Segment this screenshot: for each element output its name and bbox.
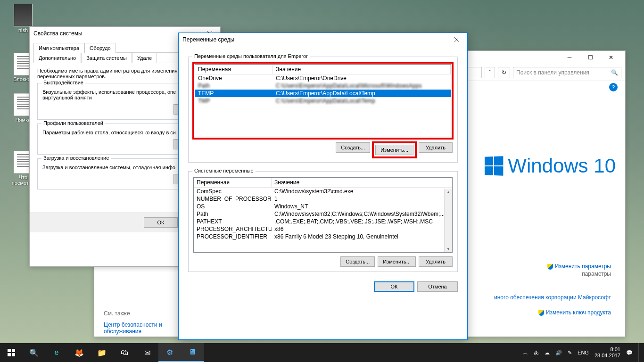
- highlight-annotation: Переменная Значение OneDriveC:\Users\Emp…: [193, 63, 453, 139]
- user-vars-legend: Переменные среды пользователя для Empero…: [192, 53, 310, 59]
- search-input[interactable]: Поиск в панели управления 🔍: [513, 67, 621, 78]
- user-vars-group: Переменные среды пользователя для Empero…: [188, 57, 458, 163]
- taskbar: 🔍 e 🦊 📁 🛍 ✉ ⚙ 🖥 ︿ 🖧 ☁ 🔊 ✎ ENG 8:01 28.04…: [0, 343, 644, 362]
- see-also-heading: См. также: [104, 310, 189, 317]
- language-indicator[interactable]: ENG: [578, 350, 589, 355]
- shield-icon: [538, 310, 544, 316]
- minimize-button[interactable]: ─: [559, 51, 580, 64]
- firefox-icon[interactable]: 🦊: [68, 343, 91, 362]
- tab-protection[interactable]: Защита системы: [81, 53, 132, 63]
- environment-variables-dialog: Переменные среды Переменные среды пользо…: [178, 33, 468, 340]
- table-row[interactable]: TMPC:\Users\Emperor\AppData\Local\Temp: [195, 97, 451, 105]
- search-icon[interactable]: 🔍: [23, 343, 45, 362]
- edge-icon[interactable]: e: [45, 343, 68, 362]
- ok-button[interactable]: ОК: [374, 281, 414, 292]
- windows-10-branding: Windows 10: [484, 155, 616, 177]
- control-panel-task-icon[interactable]: ⚙: [158, 343, 181, 362]
- search-icon: 🔍: [611, 69, 618, 76]
- table-row[interactable]: ComSpecC:\Windows\system32\cmd.exe: [194, 188, 452, 195]
- tab-advanced[interactable]: Дополнительно: [33, 53, 81, 63]
- table-row[interactable]: PathC:\Users\Emperor\AppData\Local\Micro…: [195, 82, 451, 90]
- user-delete-button[interactable]: Удалить: [419, 142, 453, 153]
- close-button[interactable]: [446, 33, 467, 46]
- windows-10-text: Windows 10: [508, 155, 616, 177]
- help-icon[interactable]: ?: [609, 83, 618, 91]
- dropdown-icon[interactable]: ˅: [485, 67, 495, 78]
- pen-icon[interactable]: ✎: [568, 350, 572, 356]
- change-params-link[interactable]: Изменить параметры: [547, 263, 611, 270]
- dialog-title: Свойства системы: [33, 30, 199, 37]
- col-variable[interactable]: Переменная: [195, 65, 273, 74]
- table-row-selected[interactable]: TEMPC:\Users\Emperor\AppData\Local\Temp: [195, 90, 451, 97]
- svg-rect-2: [8, 353, 11, 356]
- shield-icon: [547, 264, 553, 270]
- table-row[interactable]: PATHEXT.COM;.EXE;.BAT;.CMD;.VBS;.VBE;.JS…: [194, 218, 452, 225]
- security-center-link[interactable]: Центр безопасности и обслуживания: [104, 321, 189, 335]
- tab-computer-name[interactable]: Имя компьютера: [33, 43, 84, 53]
- file-explorer-icon[interactable]: 📁: [91, 343, 113, 362]
- titlebar[interactable]: Переменные среды: [179, 33, 467, 46]
- maximize-button[interactable]: ☐: [580, 51, 601, 64]
- table-row[interactable]: PROCESSOR_IDENTIFIERx86 Family 6 Model 2…: [194, 233, 452, 240]
- tab-remote[interactable]: Удале: [132, 53, 157, 63]
- tab-hardware[interactable]: Оборудо: [84, 43, 116, 53]
- scrollbar[interactable]: [444, 189, 452, 252]
- notifications-icon[interactable]: 💬: [626, 350, 633, 356]
- close-button[interactable]: ✕: [601, 51, 621, 64]
- table-row[interactable]: OneDriveC:\Users\Emperor\OneDrive: [195, 74, 451, 82]
- profiles-legend: Профили пользователей: [41, 120, 105, 126]
- table-row[interactable]: OSWindows_NT: [194, 203, 452, 210]
- windows-logo-icon: [485, 156, 503, 175]
- performance-legend: Быстродействие: [41, 80, 85, 85]
- user-edit-button[interactable]: Изменить...: [375, 145, 413, 155]
- highlight-annotation: Изменить...: [373, 142, 416, 157]
- system-tray: ︿ 🖧 ☁ 🔊 ✎ ENG 8:01 28.04.2017 💬: [523, 343, 644, 362]
- col-value[interactable]: Значение: [272, 178, 452, 187]
- onedrive-icon[interactable]: ☁: [545, 350, 550, 356]
- cancel-button[interactable]: Отмена: [417, 281, 458, 292]
- table-row[interactable]: PROCESSOR_ARCHITECTUREx86: [194, 225, 452, 233]
- col-value[interactable]: Значение: [273, 65, 451, 74]
- clock-date: 28.04.2017: [594, 353, 620, 359]
- svg-rect-1: [12, 349, 15, 352]
- svg-rect-3: [12, 353, 15, 356]
- store-icon[interactable]: 🛍: [113, 343, 136, 362]
- dialog-title: Переменные среды: [182, 36, 446, 43]
- sys-delete-button[interactable]: Удалить: [419, 256, 453, 267]
- search-placeholder: Поиск в панели управления: [516, 69, 589, 76]
- show-desktop-button[interactable]: [638, 343, 641, 362]
- start-button[interactable]: [0, 343, 23, 362]
- clock-time: 8:01: [594, 346, 620, 353]
- ms-software-link[interactable]: иного обеспечения корпорации Майкрософт: [494, 294, 611, 301]
- product-key-link[interactable]: Изменить ключ продукта: [494, 309, 611, 316]
- startup-legend: Загрузка и восстановление: [41, 155, 111, 161]
- sys-edit-button[interactable]: Изменить...: [378, 256, 416, 267]
- system-vars-list[interactable]: Переменная Значение ComSpecC:\Windows\sy…: [193, 177, 453, 253]
- ok-button[interactable]: ОК: [144, 217, 178, 228]
- system-vars-legend: Системные переменные: [192, 168, 256, 173]
- photo-icon: [14, 4, 33, 26]
- refresh-icon[interactable]: ↻: [498, 67, 510, 78]
- see-also-panel: См. также Центр безопасности и обслужива…: [104, 310, 189, 344]
- user-new-button[interactable]: Создать...: [336, 142, 370, 153]
- tray-chevron-icon[interactable]: ︿: [523, 349, 528, 356]
- change-params-sub2: параметры: [547, 271, 611, 277]
- user-vars-list[interactable]: Переменная Значение OneDriveC:\Users\Emp…: [195, 64, 451, 137]
- rdp-task-icon[interactable]: 🖥: [181, 343, 204, 362]
- table-row[interactable]: PathC:\Windows\system32;C:\Windows;C:\Wi…: [194, 210, 452, 218]
- volume-icon[interactable]: 🔊: [555, 350, 562, 356]
- col-variable[interactable]: Переменная: [194, 178, 272, 187]
- table-row[interactable]: NUMBER_OF_PROCESSORS1: [194, 195, 452, 203]
- sys-new-button[interactable]: Создать...: [340, 256, 375, 267]
- system-vars-group: Системные переменные Переменная Значение…: [188, 171, 458, 272]
- clock[interactable]: 8:01 28.04.2017: [594, 346, 620, 359]
- svg-rect-0: [8, 349, 11, 352]
- network-icon[interactable]: 🖧: [534, 350, 539, 355]
- mail-icon[interactable]: ✉: [136, 343, 158, 362]
